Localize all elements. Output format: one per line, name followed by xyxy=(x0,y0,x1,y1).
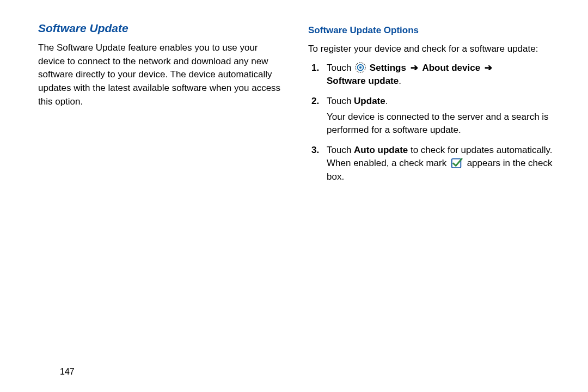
step-1: Touch Settings ➔ About device ➔ Software… xyxy=(308,62,555,88)
check-mark-icon xyxy=(451,157,463,169)
right-column: Software Update Options To register your… xyxy=(308,22,555,191)
steps-list: Touch Settings ➔ About device ➔ Software… xyxy=(308,62,555,184)
settings-icon xyxy=(355,62,366,73)
software-update-description: The Software Update feature enables you … xyxy=(38,41,285,108)
svg-point-2 xyxy=(359,66,362,68)
left-column: Software Update The Software Update feat… xyxy=(38,22,285,191)
step1-touch: Touch xyxy=(327,63,351,73)
step-2: Touch Update. Your device is connected t… xyxy=(308,95,555,137)
page-number: 147 xyxy=(60,367,75,377)
subheading-software-update-options: Software Update Options xyxy=(308,25,555,36)
section-heading-software-update: Software Update xyxy=(38,22,285,35)
step-3: Touch Auto update to check for updates a… xyxy=(308,144,555,184)
step1-path3: Software update xyxy=(327,76,399,86)
step1-dot: . xyxy=(399,76,401,86)
step3-b1: Auto update xyxy=(354,145,408,155)
step2-desc: Your device is connected to the server a… xyxy=(327,112,549,136)
step2-bold: Update xyxy=(354,96,385,106)
manual-page: Software Update The Software Update feat… xyxy=(0,0,588,392)
step2-dot: . xyxy=(385,96,388,106)
options-intro: To register your device and check for a … xyxy=(308,42,555,56)
step2-touch: Touch xyxy=(327,96,354,106)
two-column-layout: Software Update The Software Update feat… xyxy=(38,22,555,191)
step3-t1: Touch xyxy=(327,145,354,155)
arrow-icon: ➔ xyxy=(485,62,492,75)
arrow-icon: ➔ xyxy=(411,62,418,75)
step1-path1: Settings xyxy=(370,63,406,73)
step1-path2: About device xyxy=(422,63,480,73)
